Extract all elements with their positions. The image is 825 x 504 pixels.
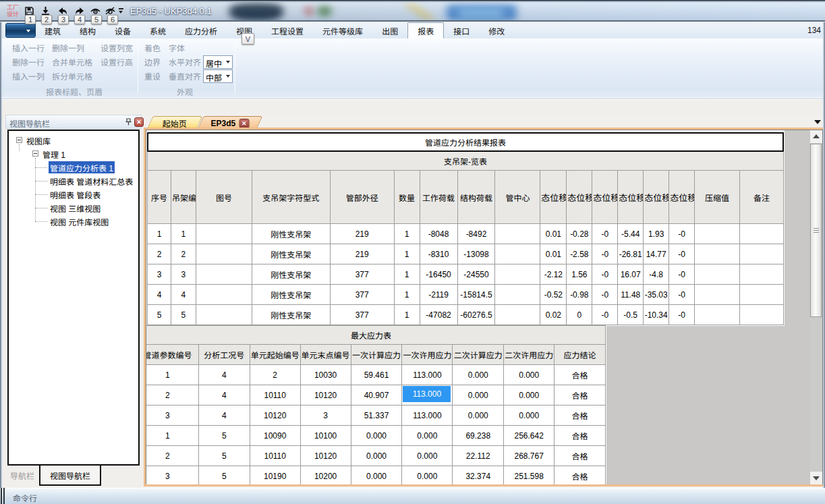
table1-cell[interactable]: 219: [331, 224, 395, 244]
table1-cell[interactable]: 219: [331, 244, 395, 264]
tree-item[interactable]: 明细表 管道材料汇总表: [49, 175, 134, 187]
table1-cell[interactable]: 0.01: [540, 244, 567, 264]
table2-cell[interactable]: 5: [199, 466, 250, 484]
table1-cell[interactable]: -0: [592, 285, 618, 305]
ribbon-button[interactable]: 垂直对齐: [169, 70, 201, 81]
table2-cell[interactable]: 10090: [250, 426, 301, 446]
table1-cell[interactable]: -2.12: [540, 264, 567, 285]
table2-cell[interactable]: 3: [146, 466, 199, 484]
table1-cell[interactable]: -26.81: [618, 244, 644, 264]
table1-cell[interactable]: -0: [592, 305, 618, 325]
tree-collapse-icon[interactable]: [32, 150, 38, 157]
table2-section-header[interactable]: 最大应力表: [146, 325, 606, 345]
table1-cell[interactable]: 1: [395, 244, 420, 264]
ribbon-button[interactable]: 着色: [144, 42, 161, 53]
table1-cell[interactable]: -0: [669, 264, 695, 285]
ribbon-button-插入一行[interactable]: 插入一行: [12, 42, 45, 53]
ribbon-tab-9[interactable]: 报表: [407, 22, 444, 38]
ribbon-button[interactable]: 重设: [144, 70, 161, 81]
table2-cell[interactable]: 0.000: [402, 426, 453, 446]
ribbon-button-插入一列[interactable]: 插入一列: [12, 70, 45, 81]
table1-cell[interactable]: -8310: [420, 244, 458, 264]
table1-cell[interactable]: [740, 224, 784, 244]
table1-section-header[interactable]: 支吊架-览表: [147, 152, 784, 171]
table1-cell[interactable]: -0.98: [567, 285, 592, 305]
table2-cell[interactable]: 2: [146, 446, 199, 466]
table2-cell-selected[interactable]: 113.000: [402, 385, 453, 405]
table1-cell[interactable]: -0: [669, 224, 695, 244]
table1-cell[interactable]: 5: [148, 305, 171, 325]
panel-header[interactable]: 视图导航栏 ✕: [5, 115, 142, 129]
table1-cell[interactable]: 377: [331, 305, 395, 325]
table2-cell[interactable]: 1: [146, 426, 199, 446]
table1-cell[interactable]: -13098: [458, 244, 496, 264]
ribbon-tab-3[interactable]: 系统: [140, 22, 175, 38]
table1-cell[interactable]: -8048: [420, 224, 458, 244]
tree-item[interactable]: 视图 元件库视图: [49, 215, 110, 227]
table1-cell[interactable]: [196, 244, 252, 264]
scroll-up-button[interactable]: [810, 130, 822, 143]
table1-cell[interactable]: 1: [395, 305, 420, 325]
table1-cell[interactable]: 1: [395, 285, 420, 305]
table1-cell[interactable]: 4: [171, 285, 196, 305]
table1-cell[interactable]: -2119: [420, 285, 458, 305]
vertical-align-combobox[interactable]: 中部: [203, 69, 233, 83]
table2-cell[interactable]: 5: [199, 426, 250, 446]
table2-cell[interactable]: 10110: [250, 446, 301, 466]
table2-cell[interactable]: 0.000: [351, 426, 403, 446]
table1-cell[interactable]: 刚性支吊架: [252, 285, 331, 305]
table1-cell[interactable]: [695, 224, 740, 244]
table1-cell[interactable]: -0: [669, 305, 695, 325]
ribbon-button-删除一行[interactable]: 删除一行: [12, 56, 45, 67]
table2-cell[interactable]: 40.907: [351, 385, 403, 405]
table1-cell[interactable]: -2.58: [567, 244, 592, 264]
table2-cell[interactable]: 0.000: [504, 405, 554, 426]
ribbon-tab-11[interactable]: 修改: [479, 22, 514, 38]
table2-cell[interactable]: 0.000: [453, 385, 504, 405]
table1-cell[interactable]: -0.52: [540, 285, 567, 305]
table1-cell[interactable]: 377: [331, 285, 395, 305]
table2-cell[interactable]: 2: [146, 385, 199, 405]
table2-cell[interactable]: 0.000: [351, 466, 403, 484]
table1-cell[interactable]: 0.02: [540, 305, 567, 325]
table2-cell[interactable]: 69.238: [453, 426, 504, 446]
table1-cell[interactable]: 377: [331, 264, 395, 285]
table2-cell[interactable]: 合格: [554, 385, 606, 405]
horizontal-align-combobox[interactable]: 居中: [203, 55, 233, 69]
sidebar-tab-navigator[interactable]: 导航栏: [5, 470, 39, 481]
table1-cell[interactable]: -4.8: [644, 264, 669, 285]
tab-close-button[interactable]: ✕: [239, 119, 249, 128]
table1-cell[interactable]: [740, 285, 784, 305]
table2-cell[interactable]: 合格: [554, 405, 606, 426]
table2-cell[interactable]: 0.000: [453, 405, 504, 426]
scrollbar-thumb[interactable]: [810, 144, 822, 317]
title-bar[interactable]: 工厂 设计 EP3d5 - UKP3d4.0.1: [0, 0, 825, 22]
table2-cell[interactable]: 合格: [554, 426, 606, 446]
tree-root[interactable]: 视图库: [26, 134, 51, 146]
table1-cell[interactable]: 1.56: [567, 264, 592, 285]
table1-cell[interactable]: [196, 264, 252, 285]
report-title-cell[interactable]: 管道应力分析结果报表: [147, 132, 784, 152]
table1-cell[interactable]: -5.44: [618, 224, 644, 244]
table1-cell[interactable]: 0.01: [540, 224, 567, 244]
table2-cell[interactable]: 10200: [301, 466, 351, 484]
table2-cell[interactable]: 10120: [301, 446, 351, 466]
table1-cell[interactable]: -0: [592, 264, 618, 285]
table1-cell[interactable]: [695, 264, 740, 285]
table1-cell[interactable]: [695, 305, 740, 325]
table2-cell[interactable]: 5: [199, 446, 250, 466]
ribbon-tab-6[interactable]: 工程设置: [262, 22, 313, 38]
ribbon-tab-2[interactable]: 设备: [105, 22, 140, 38]
tree-item[interactable]: 视图 三维视图: [49, 202, 102, 214]
ribbon-button[interactable]: 字体: [169, 42, 185, 53]
ribbon-tab-10[interactable]: 接口: [444, 22, 479, 38]
table1-cell[interactable]: -0.28: [567, 224, 592, 244]
table1-cell[interactable]: 16.07: [618, 264, 644, 285]
ribbon-tab-7[interactable]: 元件等级库: [313, 22, 372, 38]
table1-cell[interactable]: [695, 244, 740, 264]
table1-cell[interactable]: [495, 244, 540, 264]
table2-cell[interactable]: 合格: [554, 365, 606, 385]
table1-cell[interactable]: [196, 285, 252, 305]
table2-cell[interactable]: 3: [146, 405, 199, 426]
ribbon-button-拆分单元格[interactable]: 拆分单元格: [52, 70, 92, 81]
